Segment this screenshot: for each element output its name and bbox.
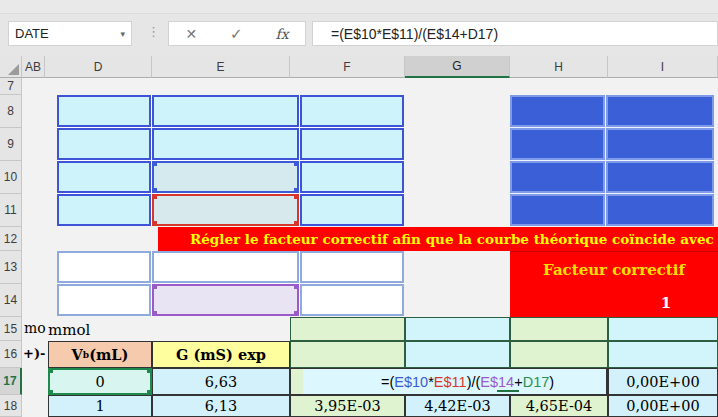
cell-f18[interactable]: 3,95E-03 (290, 395, 405, 417)
row-header-10[interactable]: 10 (0, 161, 22, 194)
cell-veau-acide-unit[interactable] (300, 284, 404, 316)
cell-cl-header[interactable] (405, 317, 510, 341)
cell-f17-edge (290, 368, 303, 395)
column-header-h[interactable]: H (510, 56, 608, 78)
column-header-d[interactable]: D (45, 56, 152, 78)
cell-cb-value[interactable] (152, 95, 299, 127)
cell-veau-value[interactable] (152, 251, 299, 283)
cell-lambda-ho-value[interactable] (606, 194, 714, 226)
facteur-correctif-block[interactable]: Facteur correctif 1 (510, 251, 718, 317)
formula-bar-area: DATE ▾ ⋮ ✕ ✓ fx =(E$10*E$11)/(E$14+D17) (0, 0, 718, 56)
column-header-g-selected[interactable]: G (405, 56, 510, 78)
cell-na-header[interactable] (510, 317, 608, 341)
formula-part-ref-e14: E$14 (480, 374, 514, 390)
cell-g-exp-header[interactable]: G (mS) exp (152, 341, 290, 368)
instruction-banner[interactable]: Régler le facteur correctif afin que la … (158, 227, 718, 251)
cell-i17[interactable]: 0,00E+00 (608, 368, 718, 395)
cell-veau-acide-label[interactable] (57, 284, 151, 316)
formula-part: )/( (467, 374, 481, 390)
cell-i18[interactable]: 0,00E+00 (608, 395, 718, 417)
volumes-table (57, 251, 404, 316)
cell-ho-unit[interactable] (608, 341, 718, 368)
select-all-button[interactable] (0, 56, 22, 78)
cell-mmol-label[interactable]: mmol (48, 321, 90, 339)
formula-part-ref-e11: E$11 (434, 374, 467, 390)
cell-lambda-cl-label[interactable] (510, 128, 605, 160)
row-header-11[interactable]: 11 (0, 194, 22, 227)
facteur-correctif-title: Facteur correctif (510, 261, 718, 279)
row-header-17-selected[interactable]: 17 (0, 368, 22, 395)
cell-ca-label[interactable] (57, 161, 151, 193)
formula-buttons: ✕ ✓ fx (168, 21, 306, 46)
cell-ca-value-ref-e10[interactable] (152, 161, 299, 193)
name-box[interactable]: DATE ▾ (8, 21, 132, 46)
cell-ho-header[interactable] (608, 317, 718, 341)
cell-ca-unit[interactable] (300, 161, 404, 193)
cell-va-value-ref-e11[interactable] (152, 194, 299, 226)
insert-function-icon[interactable]: fx (275, 26, 288, 42)
cell-h3o-unit[interactable] (290, 341, 405, 368)
cell-veau-unit[interactable] (300, 251, 404, 283)
cell-veau-label[interactable] (57, 251, 151, 283)
cell-e18[interactable]: 6,13 (152, 395, 290, 417)
cell-lambda-cl-value[interactable] (606, 128, 714, 160)
cell-na-unit[interactable] (510, 341, 608, 368)
facteur-correctif-value[interactable]: 1 (614, 294, 718, 312)
cell-lambda-na-label[interactable] (510, 161, 605, 193)
formula-text: =(E$10*E$11)/(E$14+D17) (331, 26, 498, 42)
cancel-icon[interactable]: ✕ (185, 26, 197, 42)
instruction-banner-text: Régler le facteur correctif afin que la … (190, 231, 718, 247)
column-header-f[interactable]: F (290, 56, 405, 78)
ribbon-bottom-edge (0, 0, 718, 14)
cell-va-unit[interactable] (300, 194, 404, 226)
spreadsheet-window: DATE ▾ ⋮ ✕ ✓ fx =(E$10*E$11)/(E$14+D17) … (0, 0, 718, 417)
cell-e17[interactable]: 6,63 (152, 368, 290, 395)
cell-h3o-header[interactable] (290, 317, 405, 341)
cell-lambda-h3o-label[interactable] (510, 95, 605, 127)
cell-cb-unit[interactable] (300, 95, 404, 127)
cell-lambda-h3o-value[interactable] (606, 95, 714, 127)
cell-vbeq-value[interactable] (152, 128, 299, 160)
row-header-16[interactable]: 16 (0, 341, 22, 368)
formula-edit-overlay[interactable]: =(E$10*E$11)/(E$14+D17) (303, 368, 608, 395)
chevron-down-icon[interactable]: ▾ (120, 29, 125, 39)
constants-table (57, 95, 404, 226)
row-header-7[interactable]: 7 (0, 78, 22, 95)
stray-text-outline: +)- (23, 346, 45, 361)
row-header-13[interactable]: 13 (0, 251, 22, 284)
cell-d18[interactable]: 1 (48, 395, 152, 417)
cell-va-label[interactable] (57, 194, 151, 226)
formula-part-ref-e10: E$10 (394, 374, 428, 390)
row-header-15[interactable]: 15 (0, 317, 22, 341)
row-header-12[interactable]: 12 (0, 227, 22, 251)
cell-veau-acide-value-ref-e14[interactable] (152, 284, 299, 316)
cell-vbeq-label[interactable] (57, 128, 151, 160)
cell-g18[interactable]: 4,42E-03 (405, 395, 510, 417)
row-header-14[interactable]: 14 (0, 284, 22, 317)
formula-input[interactable]: =(E$10*E$11)/(E$14+D17) (312, 21, 718, 46)
concentration-header-table (290, 317, 718, 368)
stray-text-mo: mo (24, 320, 46, 336)
column-header-ab[interactable]: AB (22, 56, 45, 78)
separator-dots-icon: ⋮ (147, 24, 160, 39)
cell-vbeq-unit[interactable] (300, 128, 404, 160)
name-box-value: DATE (15, 26, 49, 41)
cell-h18[interactable]: 4,65E-04 (510, 395, 608, 417)
cell-cl-unit[interactable] (405, 341, 510, 368)
lambda-table (510, 95, 714, 226)
formula-part: ) (549, 374, 554, 390)
enter-icon[interactable]: ✓ (230, 25, 243, 43)
edit-cursor (497, 390, 519, 392)
column-header-i[interactable]: I (608, 56, 718, 78)
cell-lambda-na-value[interactable] (606, 161, 714, 193)
cell-vb-header[interactable]: Vb (mL) (48, 341, 152, 368)
row-header-8[interactable]: 8 (0, 95, 22, 128)
row-header-18[interactable]: 18 (0, 395, 22, 417)
cell-cb-label[interactable] (57, 95, 151, 127)
cell-d17-ref[interactable]: 0 (48, 368, 152, 395)
row-header-9[interactable]: 9 (0, 128, 22, 161)
column-header-e[interactable]: E (152, 56, 290, 78)
cell-lambda-ho-label[interactable] (510, 194, 605, 226)
formula-part-ref-d17: D17 (523, 374, 550, 390)
formula-part: + (514, 374, 522, 390)
